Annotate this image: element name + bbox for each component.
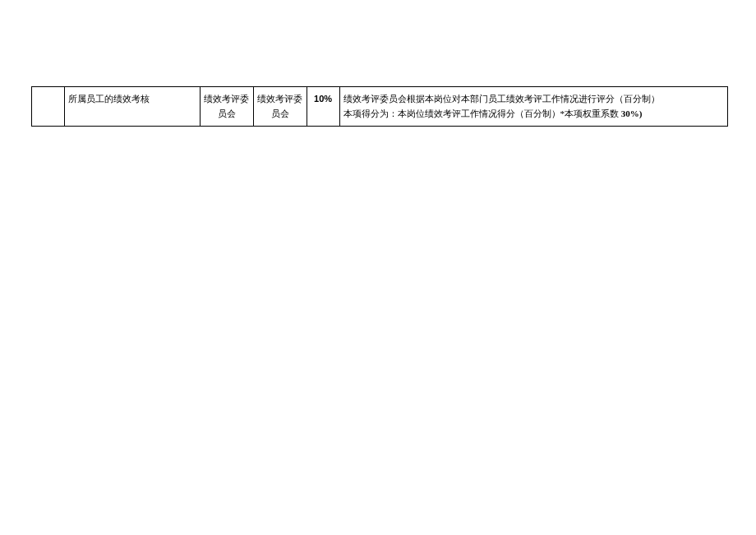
cell-description: 绩效考评委员会根据本岗位对本部门员工绩效考评工作情况进行评分（百分制） 本项得分… [339, 87, 727, 127]
description-line2-bold: 30%) [621, 108, 643, 118]
cell-weight: 10% [307, 87, 339, 127]
cell-evaluator1: 绩效考评委员会 [200, 87, 253, 127]
table: 所属员工的绩效考核 绩效考评委员会 绩效考评委员会 10% 绩效考评委员会根据本… [31, 86, 728, 127]
description-line2-prefix: 本项得分为：本岗位绩效考评工作情况得分（百分制）*本项权重系数 [343, 108, 621, 118]
cell-item: 所属员工的绩效考核 [64, 87, 200, 127]
cell-evaluator2: 绩效考评委员会 [253, 87, 307, 127]
description-line1: 绩效考评委员会根据本岗位对本部门员工绩效考评工作情况进行评分（百分制） [343, 94, 660, 104]
assessment-table: 所属员工的绩效考核 绩效考评委员会 绩效考评委员会 10% 绩效考评委员会根据本… [31, 86, 728, 127]
table-row: 所属员工的绩效考核 绩效考评委员会 绩效考评委员会 10% 绩效考评委员会根据本… [32, 87, 728, 127]
cell-index [32, 87, 65, 127]
